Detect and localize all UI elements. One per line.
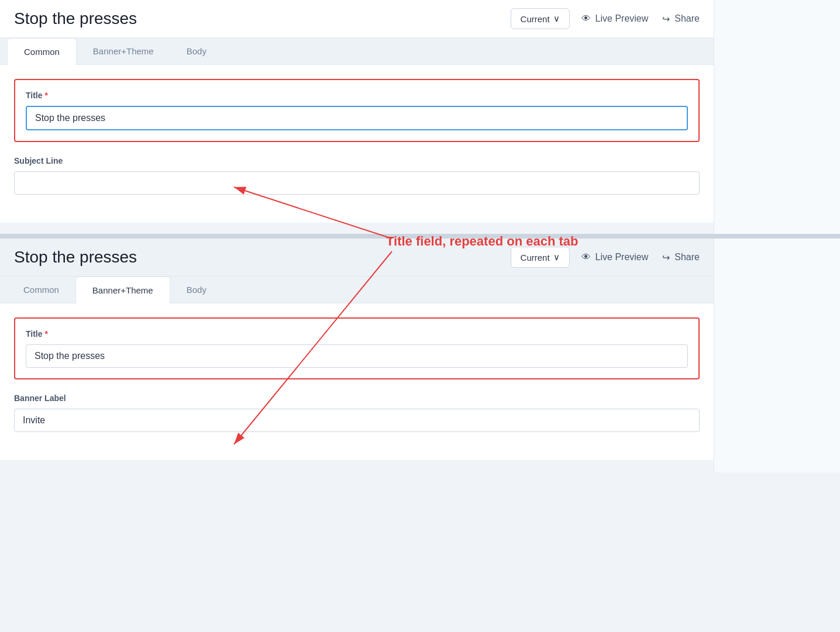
- tab-body-2[interactable]: Body: [170, 277, 223, 303]
- tab-common-label-2: Common: [23, 285, 59, 295]
- share-button-1[interactable]: ↪ Share: [662, 13, 700, 25]
- panel-1-main: Stop the presses Current ∨ 👁 Live Previe…: [0, 0, 714, 234]
- subject-line-group-1: Subject Line: [14, 156, 700, 195]
- panel-2-wrapper: Stop the presses Current ∨ 👁 Live Previe…: [0, 239, 840, 472]
- tab-common-1[interactable]: Common: [7, 38, 77, 65]
- share-icon-2: ↪: [662, 252, 670, 263]
- current-label-2: Current: [521, 253, 550, 263]
- header-2: Stop the presses Current ∨ 👁 Live Previe…: [0, 239, 714, 277]
- panel-divider: [0, 234, 840, 239]
- chevron-down-icon-1: ∨: [553, 13, 560, 24]
- panel-2-main: Stop the presses Current ∨ 👁 Live Previe…: [0, 239, 714, 472]
- chevron-down-icon-2: ∨: [553, 252, 560, 263]
- title-input-1[interactable]: [26, 106, 688, 130]
- required-star-1: *: [45, 91, 48, 100]
- banner-label-group: Banner Label: [14, 393, 700, 432]
- page-title-1: Stop the presses: [14, 9, 499, 28]
- current-label-1: Current: [521, 14, 550, 24]
- tabs-panel-2: Common Banner+Theme Body: [0, 277, 714, 303]
- header-actions-1: 👁 Live Preview ↪ Share: [581, 13, 700, 25]
- share-button-2[interactable]: ↪ Share: [662, 252, 700, 263]
- tab-common-label-1: Common: [24, 47, 60, 57]
- tab-body-label-2: Body: [187, 285, 206, 295]
- share-icon-1: ↪: [662, 13, 670, 25]
- title-section-box-1: Title *: [14, 79, 700, 142]
- panel-2-content: Title * Banner Label: [0, 303, 714, 460]
- tab-common-2[interactable]: Common: [7, 277, 75, 303]
- eye-icon-1: 👁: [581, 13, 591, 24]
- panel-1-wrapper: Stop the presses Current ∨ 👁 Live Previe…: [0, 0, 840, 234]
- live-preview-button-1[interactable]: 👁 Live Preview: [581, 13, 649, 24]
- current-button-1[interactable]: Current ∨: [511, 8, 570, 29]
- sidebar-right-2: [714, 239, 840, 472]
- sidebar-right-1: [714, 0, 840, 234]
- subject-line-input-1[interactable]: [14, 171, 700, 195]
- eye-icon-2: 👁: [581, 252, 591, 263]
- banner-label-label: Banner Label: [14, 393, 700, 403]
- title-input-2[interactable]: [26, 344, 688, 368]
- page-wrapper: Stop the presses Current ∨ 👁 Live Previe…: [0, 0, 840, 632]
- page-title-2: Stop the presses: [14, 248, 499, 267]
- tab-body-label-1: Body: [187, 46, 206, 56]
- title-label-2: Title *: [26, 329, 688, 339]
- panel-1-content: Title * Subject Line: [0, 65, 714, 223]
- live-preview-label-2: Live Preview: [595, 252, 649, 263]
- header-actions-2: 👁 Live Preview ↪ Share: [581, 252, 700, 263]
- share-label-2: Share: [674, 252, 700, 263]
- header-1: Stop the presses Current ∨ 👁 Live Previe…: [0, 0, 714, 38]
- title-section-box-2: Title *: [14, 317, 700, 379]
- tab-banner-theme-1[interactable]: Banner+Theme: [77, 38, 170, 64]
- tab-banner-theme-label-1: Banner+Theme: [93, 46, 154, 56]
- required-star-2: *: [45, 329, 48, 339]
- tab-banner-theme-2[interactable]: Banner+Theme: [75, 277, 170, 303]
- share-label-1: Share: [674, 13, 700, 24]
- live-preview-label-1: Live Preview: [595, 13, 649, 24]
- tab-body-1[interactable]: Body: [170, 38, 223, 64]
- tabs-panel-1: Common Banner+Theme Body: [0, 38, 714, 65]
- banner-label-input[interactable]: [14, 409, 700, 432]
- current-button-2[interactable]: Current ∨: [511, 247, 570, 268]
- tab-banner-theme-label-2: Banner+Theme: [92, 285, 153, 295]
- title-label-1: Title *: [26, 91, 688, 100]
- live-preview-button-2[interactable]: 👁 Live Preview: [581, 252, 649, 263]
- subject-line-label-1: Subject Line: [14, 156, 700, 165]
